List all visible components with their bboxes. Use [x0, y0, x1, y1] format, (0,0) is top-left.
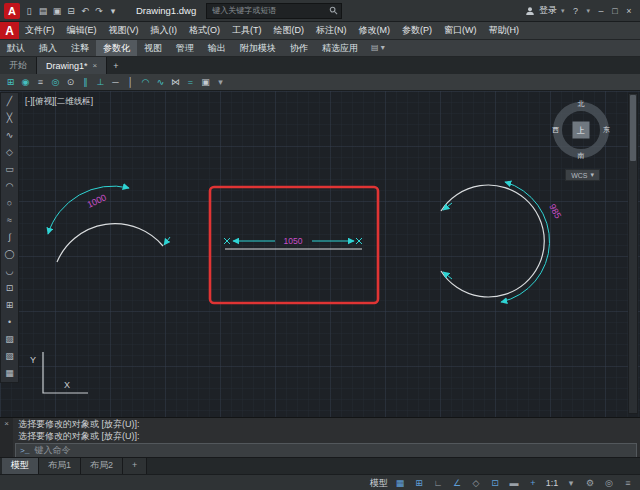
- arc-length-dimension-right[interactable]: [501, 182, 550, 302]
- customization-menu-icon[interactable]: ≡: [619, 475, 637, 490]
- layout-tab-add[interactable]: +: [123, 458, 147, 474]
- show-constraints-icon[interactable]: ▣: [198, 74, 213, 91]
- plot-icon[interactable]: ⊟: [64, 1, 78, 21]
- grid-icon[interactable]: ▦: [391, 475, 409, 490]
- menu-file[interactable]: 文件(F): [19, 22, 61, 39]
- menu-insert[interactable]: 插入(I): [145, 22, 184, 39]
- close-button[interactable]: ×: [622, 1, 636, 21]
- tangent-constraint-icon[interactable]: ◠: [138, 74, 153, 91]
- symmetric-constraint-icon[interactable]: ⋈: [168, 74, 183, 91]
- insert-block-tool-icon[interactable]: ⊡: [1, 280, 18, 297]
- gradient-tool-icon[interactable]: ▧: [1, 348, 18, 365]
- smooth-constraint-icon[interactable]: ∿: [153, 74, 168, 91]
- arc-object-left[interactable]: [57, 224, 163, 262]
- collinear-constraint-icon[interactable]: ≡: [33, 74, 48, 91]
- minimize-button[interactable]: –: [594, 1, 608, 21]
- spline-tool-icon[interactable]: ∫: [1, 229, 18, 246]
- ribbon-tab-output[interactable]: 输出: [201, 40, 233, 56]
- wcs-dropdown[interactable]: WCS ▾: [565, 169, 600, 181]
- login-dropdown-icon[interactable]: ▾: [561, 7, 565, 15]
- rectangle-tool-icon[interactable]: ▭: [1, 161, 18, 178]
- new-drawing-tab-button[interactable]: +: [107, 57, 124, 74]
- vertical-constraint-icon[interactable]: │: [123, 74, 138, 91]
- layout-tab-layout1[interactable]: 布局1: [39, 458, 81, 474]
- annotation-scale-label[interactable]: 1:1: [543, 475, 561, 490]
- fix-constraint-icon[interactable]: ⊙: [63, 74, 78, 91]
- scale-dropdown-icon[interactable]: ▾: [562, 475, 580, 490]
- help-dropdown-icon[interactable]: ▾: [586, 7, 590, 15]
- open-file-icon[interactable]: ▤: [36, 1, 50, 21]
- compass-east[interactable]: 东: [603, 125, 610, 135]
- table-tool-icon[interactable]: ▦: [1, 365, 18, 382]
- circle-tool-icon[interactable]: ○: [1, 195, 18, 212]
- menu-format[interactable]: 格式(O): [183, 22, 226, 39]
- ribbon-tab-addins[interactable]: 附加模块: [233, 40, 283, 56]
- workspace-gear-icon[interactable]: ⚙: [581, 475, 599, 490]
- ribbon-display-toggle-icon[interactable]: ▤ ▾: [371, 40, 385, 56]
- ribbon-tab-home[interactable]: 默认: [0, 40, 32, 56]
- snap-icon[interactable]: ⊞: [410, 475, 428, 490]
- dimension-text-middle[interactable]: 1050: [284, 236, 303, 246]
- menu-view[interactable]: 视图(V): [103, 22, 145, 39]
- model-space-toggle[interactable]: 模型: [368, 475, 390, 490]
- ribbon-tab-collaborate[interactable]: 协作: [283, 40, 315, 56]
- arc-length-dimension-left[interactable]: [48, 186, 129, 234]
- viewport-controls[interactable]: [-][俯视][二维线框]: [25, 96, 93, 108]
- help-button[interactable]: ?: [568, 1, 582, 21]
- dimension-text-right[interactable]: 985: [547, 202, 563, 220]
- point-tool-icon[interactable]: •: [1, 314, 18, 331]
- construction-line-tool-icon[interactable]: ╳: [1, 110, 18, 127]
- grip-point[interactable]: [356, 238, 362, 244]
- coincident-constraint-icon[interactable]: ◉: [18, 74, 33, 91]
- ribbon-tab-manage[interactable]: 管理: [169, 40, 201, 56]
- menu-edit[interactable]: 编辑(E): [61, 22, 103, 39]
- ribbon-tab-insert[interactable]: 插入: [32, 40, 64, 56]
- make-block-tool-icon[interactable]: ⊞: [1, 297, 18, 314]
- ortho-icon[interactable]: ∟: [429, 475, 447, 490]
- grip-point[interactable]: [224, 238, 230, 244]
- menu-tools[interactable]: 工具(T): [226, 22, 268, 39]
- ribbon-tab-featured[interactable]: 精选应用: [315, 40, 365, 56]
- menu-help[interactable]: 帮助(H): [483, 22, 526, 39]
- isolate-objects-icon[interactable]: ◎: [600, 475, 618, 490]
- auto-constrain-icon[interactable]: ⊞: [3, 74, 18, 91]
- maximize-button[interactable]: □: [608, 1, 622, 21]
- close-command-window-icon[interactable]: ×: [4, 419, 9, 457]
- redo-icon[interactable]: ↷: [92, 1, 106, 21]
- horizontal-constraint-icon[interactable]: ─: [108, 74, 123, 91]
- menu-modify[interactable]: 修改(M): [353, 22, 397, 39]
- ellipse-tool-icon[interactable]: ◯: [1, 246, 18, 263]
- arc-tool-icon[interactable]: ◠: [1, 178, 18, 195]
- dynamic-input-icon[interactable]: +: [524, 475, 542, 490]
- file-tab-start[interactable]: 开始: [0, 57, 37, 74]
- parallel-constraint-icon[interactable]: ∥: [78, 74, 93, 91]
- application-menu-button[interactable]: A: [0, 22, 19, 39]
- ellipse-arc-tool-icon[interactable]: ◡: [1, 263, 18, 280]
- compass-south[interactable]: 南: [578, 151, 585, 161]
- new-file-icon[interactable]: ▯: [22, 1, 36, 21]
- menu-dimension[interactable]: 标注(N): [310, 22, 353, 39]
- polar-tracking-icon[interactable]: ∠: [448, 475, 466, 490]
- hatch-tool-icon[interactable]: ▨: [1, 331, 18, 348]
- ribbon-tab-parametric[interactable]: 参数化: [96, 40, 137, 56]
- search-input[interactable]: [210, 5, 326, 16]
- qat-customize-icon[interactable]: ▾: [106, 1, 120, 21]
- dimension-text-left[interactable]: 1000: [86, 192, 108, 210]
- compass-top-button[interactable]: 上: [573, 122, 590, 139]
- layout-tab-layout2[interactable]: 布局2: [81, 458, 123, 474]
- osnap-icon[interactable]: ⊡: [486, 475, 504, 490]
- equal-constraint-icon[interactable]: =: [183, 74, 198, 91]
- concentric-constraint-icon[interactable]: ◎: [48, 74, 63, 91]
- save-icon[interactable]: ▣: [50, 1, 64, 21]
- autocad-logo[interactable]: A: [4, 3, 20, 19]
- isodraft-icon[interactable]: ◇: [467, 475, 485, 490]
- layout-tab-model[interactable]: 模型: [2, 458, 39, 474]
- file-tab-drawing1[interactable]: Drawing1* ×: [37, 57, 107, 74]
- line-tool-icon[interactable]: ╱: [1, 93, 18, 110]
- close-tab-icon[interactable]: ×: [93, 61, 98, 70]
- arc-object-right[interactable]: [441, 185, 544, 297]
- undo-icon[interactable]: ↶: [78, 1, 92, 21]
- menu-draw[interactable]: 绘图(D): [268, 22, 311, 39]
- menu-parametric[interactable]: 参数(P): [396, 22, 438, 39]
- menu-window[interactable]: 窗口(W): [438, 22, 483, 39]
